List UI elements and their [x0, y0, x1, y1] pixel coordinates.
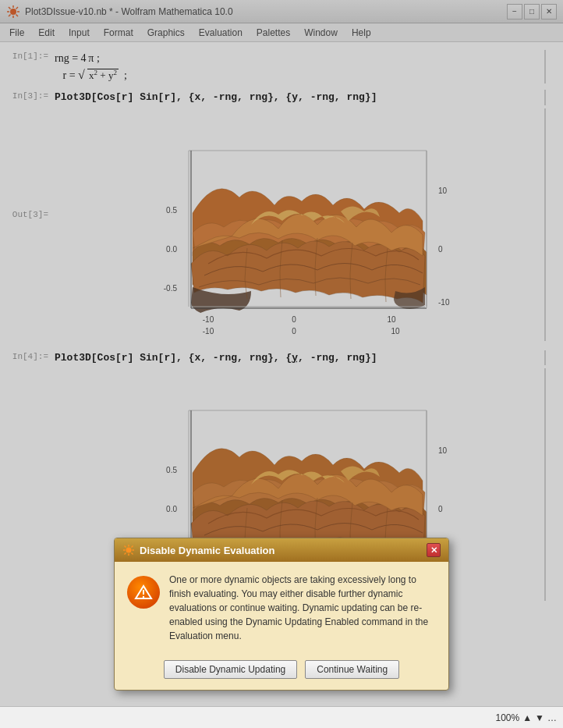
zoom-level: 100%	[496, 712, 520, 723]
dialog-title: Disable Dynamic Evaluation	[140, 545, 274, 556]
dialog-warning-icon	[127, 576, 160, 609]
dialog-box: Disable Dynamic Evaluation ✕ One or more…	[114, 538, 449, 691]
dialog-body: One or more dynamic objects are taking e…	[115, 562, 448, 654]
dialog-titlebar-left: Disable Dynamic Evaluation	[122, 544, 274, 556]
svg-line-55	[132, 546, 133, 548]
dialog-buttons: Disable Dynamic Updating Continue Waitin…	[115, 654, 448, 690]
zoom-up-icon[interactable]: ▲	[522, 712, 532, 723]
svg-point-59	[143, 596, 144, 598]
svg-line-56	[125, 553, 126, 555]
dialog-logo-icon	[122, 544, 135, 556]
dialog-close-button[interactable]: ✕	[427, 543, 441, 557]
status-bar: 100% ▲ ▼ …	[0, 706, 563, 728]
svg-point-48	[126, 548, 132, 553]
dialog-titlebar: Disable Dynamic Evaluation ✕	[115, 538, 448, 562]
continue-waiting-button[interactable]: Continue Waiting	[305, 660, 399, 679]
dialog-overlay: Disable Dynamic Evaluation ✕ One or more…	[0, 0, 563, 706]
dialog-message: One or more dynamic objects are taking e…	[169, 573, 436, 643]
disable-dynamic-button[interactable]: Disable Dynamic Updating	[164, 660, 297, 679]
svg-line-54	[132, 553, 133, 555]
zoom-down-icon[interactable]: ▼	[535, 712, 544, 723]
svg-line-53	[125, 546, 126, 548]
more-options-icon[interactable]: …	[547, 712, 557, 723]
